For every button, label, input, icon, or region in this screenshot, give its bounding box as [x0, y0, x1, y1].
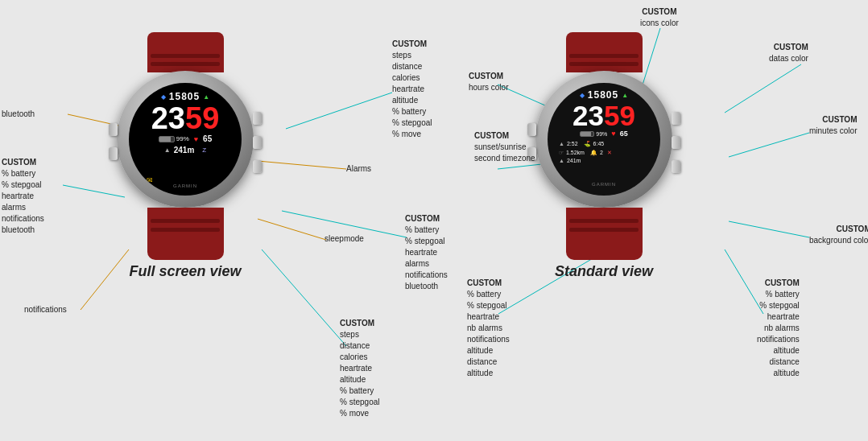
label-custom-sunset: CUSTOM sunset/sunrisesecond timezone	[474, 130, 535, 164]
standard-title: Standard view	[531, 263, 676, 280]
svg-line-4	[258, 161, 346, 169]
label-notifications-left: notifications	[24, 304, 67, 315]
fullscreen-steps: 15805	[169, 91, 200, 102]
standard-bell: 2	[600, 149, 603, 158]
label-custom-minutes-color: CUSTOM minutes color	[809, 114, 857, 137]
fullscreen-hours: 23	[151, 103, 185, 134]
standard-watch-assembly: ◆ 15805 ▲ 23 59	[531, 32, 676, 260]
standard-battery: 99%	[596, 131, 607, 137]
label-custom-icons-color: CUSTOM icons color	[640, 6, 679, 29]
fullscreen-battery: 99%	[176, 135, 189, 142]
label-custom-bottom-right-standard: CUSTOM % battery% stepgoalheartratenb al…	[757, 278, 800, 379]
label-custom-bg-color: CUSTOM background color	[809, 224, 868, 246]
svg-line-13	[729, 221, 809, 237]
label-bluetooth-left: bluetooth	[2, 109, 35, 120]
fullscreen-watch-assembly: ◆ 15805 ▲ 23 59	[113, 32, 258, 260]
standard-hr: 65	[620, 130, 628, 138]
page-wrapper: ◆ 15805 ▲ 23 59	[0, 0, 868, 441]
fullscreen-brand: GARMIN	[173, 183, 197, 188]
label-custom-left: CUSTOM % battery% stepgoalheartratealarm…	[2, 157, 44, 236]
standard-steps: 15805	[588, 89, 618, 101]
standard-hours: 23	[572, 101, 604, 130]
label-sleepmode: sleepmode	[324, 233, 364, 245]
label-custom-hours-color: CUSTOM hours color	[469, 71, 508, 93]
standard-run-time: 2:52	[567, 140, 578, 149]
svg-line-5	[258, 219, 326, 240]
fullscreen-hr: 65	[203, 134, 212, 143]
standard-run-dist: 6:45	[593, 140, 605, 149]
standard-watch-wrapper: ◆ 15805 ▲ 23 59	[531, 32, 676, 280]
standard-minutes: 59	[604, 101, 635, 130]
standard-brand: GARMIN	[592, 182, 616, 187]
fullscreen-altitude: 241m	[174, 146, 195, 155]
svg-line-10	[725, 64, 801, 113]
svg-line-7	[262, 249, 346, 346]
label-custom-top-steps: CUSTOM stepsdistancecaloriesheartratealt…	[392, 39, 432, 140]
standard-altitude: 241m	[567, 157, 581, 166]
label-custom-mid-right: CUSTOM % battery% stepgoalheartratealarm…	[405, 213, 448, 292]
label-alarms: Alarms	[346, 163, 371, 175]
fullscreen-title: Full screen view	[113, 263, 258, 280]
label-custom-bottom: CUSTOM stepsdistancecaloriesheartratealt…	[340, 318, 379, 419]
fullscreen-watch-wrapper: ◆ 15805 ▲ 23 59	[113, 32, 258, 280]
svg-line-12	[729, 133, 809, 157]
fullscreen-minutes: 59	[185, 103, 219, 134]
standard-walk-dist: 1.52km	[566, 149, 585, 158]
label-custom-mid-left-standard: CUSTOM % battery% stepgoalheartratenb al…	[467, 278, 510, 379]
svg-line-3	[286, 93, 392, 129]
label-custom-datas-color: CUSTOM datas color	[769, 42, 808, 64]
